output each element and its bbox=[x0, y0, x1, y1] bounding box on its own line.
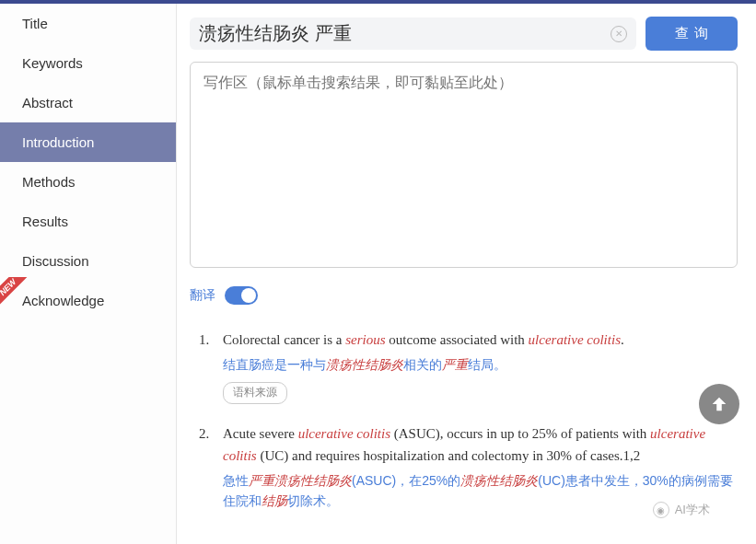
scroll-top-button[interactable] bbox=[699, 384, 739, 424]
source-button[interactable]: 语料来源 bbox=[223, 382, 287, 403]
sidebar-item-label: Results bbox=[22, 214, 68, 229]
wechat-icon: ◉ bbox=[653, 502, 669, 518]
sidebar-item-results[interactable]: Results bbox=[0, 202, 176, 241]
writing-area[interactable] bbox=[190, 62, 738, 268]
sidebar-item-label: Abstract bbox=[22, 95, 73, 110]
sidebar-item-label: Introduction bbox=[22, 134, 94, 150]
sidebar-item-introduction[interactable]: Introduction bbox=[0, 122, 176, 162]
sidebar-item-label: Discussion bbox=[22, 253, 89, 269]
result-content: Colorectal cancer is a serious outcome a… bbox=[223, 329, 738, 404]
sidebar-item-methods[interactable]: Methods bbox=[0, 162, 176, 202]
translate-toggle-row: 翻译 bbox=[190, 286, 738, 305]
result-number: 2. bbox=[199, 422, 223, 517]
sidebar-item-label: Title bbox=[22, 16, 48, 31]
sidebar-item-title[interactable]: Title bbox=[0, 4, 176, 43]
result-item[interactable]: 1. Colorectal cancer is a serious outcom… bbox=[199, 329, 738, 404]
result-number: 1. bbox=[199, 329, 223, 404]
sidebar-item-discussion[interactable]: Discussion bbox=[0, 241, 176, 281]
main-content: ✕ 查询 翻译 1. Colorectal cancer is a seriou… bbox=[177, 4, 756, 544]
search-button[interactable]: 查询 bbox=[646, 17, 738, 51]
result-english: Colorectal cancer is a serious outcome a… bbox=[223, 329, 738, 351]
sidebar-item-abstract[interactable]: Abstract bbox=[0, 83, 176, 122]
search-box: ✕ bbox=[190, 17, 636, 50]
arrow-up-icon bbox=[709, 394, 729, 414]
sidebar-item-label: Acknowledge bbox=[22, 293, 104, 308]
result-chinese: 结直肠癌是一种与溃疡性结肠炎相关的严重结局。 bbox=[223, 354, 738, 375]
sidebar-item-keywords[interactable]: Keywords bbox=[0, 43, 176, 83]
watermark-text: AI学术 bbox=[675, 502, 710, 518]
sidebar-item-acknowledge[interactable]: Acknowledge bbox=[0, 281, 176, 320]
sidebar-item-label: Keywords bbox=[22, 55, 83, 71]
translate-label: 翻译 bbox=[190, 287, 215, 304]
results-list: 1. Colorectal cancer is a serious outcom… bbox=[190, 329, 738, 516]
watermark: ◉ AI学术 bbox=[653, 502, 710, 518]
clear-icon[interactable]: ✕ bbox=[611, 26, 627, 42]
sidebar: Title Keywords Abstract Introduction Met… bbox=[0, 4, 177, 544]
translate-toggle[interactable] bbox=[225, 286, 258, 305]
sidebar-item-label: Methods bbox=[22, 174, 76, 190]
search-row: ✕ 查询 bbox=[190, 17, 738, 51]
result-english: Acute severe ulcerative colitis (ASUC), … bbox=[223, 422, 738, 467]
search-input[interactable] bbox=[199, 23, 611, 44]
new-badge-icon bbox=[0, 277, 28, 308]
